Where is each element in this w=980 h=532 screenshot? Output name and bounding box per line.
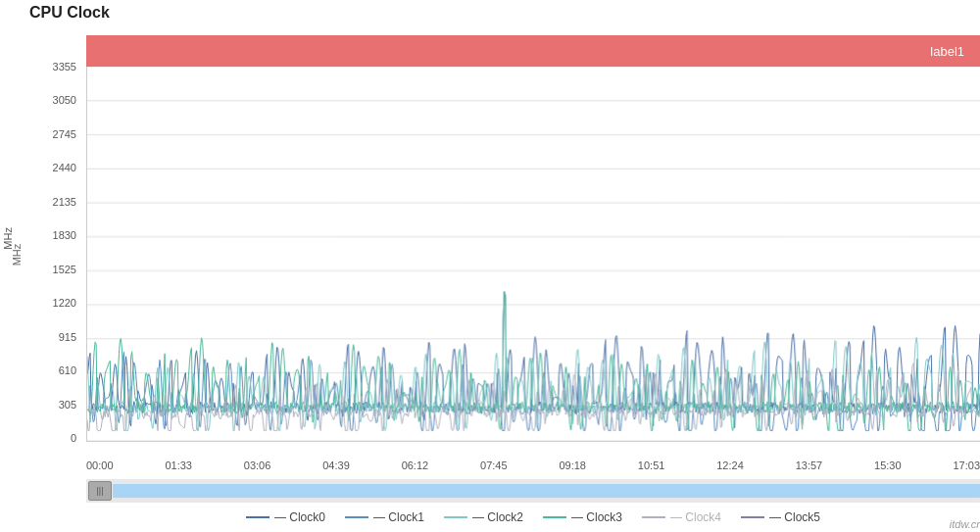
legend-line bbox=[543, 516, 566, 518]
legend-line bbox=[642, 516, 665, 518]
watermark: itdw.cr bbox=[950, 518, 980, 530]
legend-label: — Clock0 bbox=[274, 510, 325, 524]
legend-item: — Clock2 bbox=[444, 510, 523, 524]
legend-line bbox=[741, 516, 764, 518]
legend-label: — Clock4 bbox=[670, 510, 721, 524]
scrollbar-area[interactable]: ||| bbox=[86, 479, 980, 503]
legend-line bbox=[444, 516, 467, 518]
y-label: 2440 bbox=[53, 162, 76, 173]
x-label: 13:57 bbox=[796, 459, 823, 477]
legend-item: — Clock5 bbox=[741, 510, 820, 524]
x-label: 15:30 bbox=[874, 459, 902, 477]
y-axis-labels: 3355305027452440213518301525122091561030… bbox=[0, 67, 82, 442]
chart-title: CPU Clock bbox=[29, 4, 110, 22]
y-label: 2745 bbox=[53, 128, 76, 140]
legend-item: — Clock3 bbox=[543, 510, 622, 524]
x-label: 03:06 bbox=[244, 459, 271, 477]
legend-bar: label1 bbox=[86, 35, 980, 67]
y-label: 915 bbox=[59, 331, 76, 343]
y-label: 1220 bbox=[53, 297, 76, 309]
y-label: 610 bbox=[59, 364, 76, 376]
x-label: 01:33 bbox=[165, 459, 192, 477]
x-label: 07:45 bbox=[480, 459, 508, 477]
x-label: 10:51 bbox=[638, 459, 665, 477]
y-label: 3355 bbox=[53, 61, 76, 73]
legend-item: — Clock1 bbox=[345, 510, 424, 524]
chart-area bbox=[86, 67, 980, 442]
x-axis: 00:0001:3303:0604:3906:1207:4509:1810:51… bbox=[86, 458, 980, 477]
scrollbar-track[interactable] bbox=[113, 484, 980, 498]
x-label: 12:24 bbox=[716, 459, 744, 477]
x-label: 04:39 bbox=[322, 459, 350, 477]
legend-item: — Clock4 bbox=[642, 510, 721, 524]
scrollbar-thumb[interactable]: ||| bbox=[88, 481, 112, 501]
x-label: 09:18 bbox=[559, 459, 586, 477]
x-label: 00:00 bbox=[86, 459, 114, 477]
legend-label: — Clock3 bbox=[571, 510, 622, 524]
y-label: 1830 bbox=[53, 229, 76, 241]
legend-line bbox=[345, 516, 368, 518]
x-label: 06:12 bbox=[402, 459, 429, 477]
y-label: 3050 bbox=[53, 94, 76, 106]
legend-row: — Clock0— Clock1— Clock2— Clock3— Clock4… bbox=[86, 505, 980, 530]
chart-canvas bbox=[87, 67, 980, 441]
y-label: 0 bbox=[71, 432, 76, 444]
y-label: 1525 bbox=[53, 264, 76, 275]
x-label: 17:03 bbox=[953, 459, 980, 477]
legend-label: — Clock1 bbox=[373, 510, 424, 524]
legend-item: — Clock0 bbox=[246, 510, 325, 524]
legend-bar-label: label1 bbox=[930, 44, 964, 59]
legend-label: — Clock2 bbox=[472, 510, 523, 524]
y-unit-label: MHz bbox=[11, 243, 23, 266]
legend-line bbox=[246, 516, 270, 518]
legend-label: — Clock5 bbox=[769, 510, 820, 524]
y-label: 305 bbox=[59, 399, 76, 411]
app-container: CPU Clock label1 MHz 3355305027452440213… bbox=[0, 0, 980, 532]
y-label: 2135 bbox=[53, 196, 76, 208]
